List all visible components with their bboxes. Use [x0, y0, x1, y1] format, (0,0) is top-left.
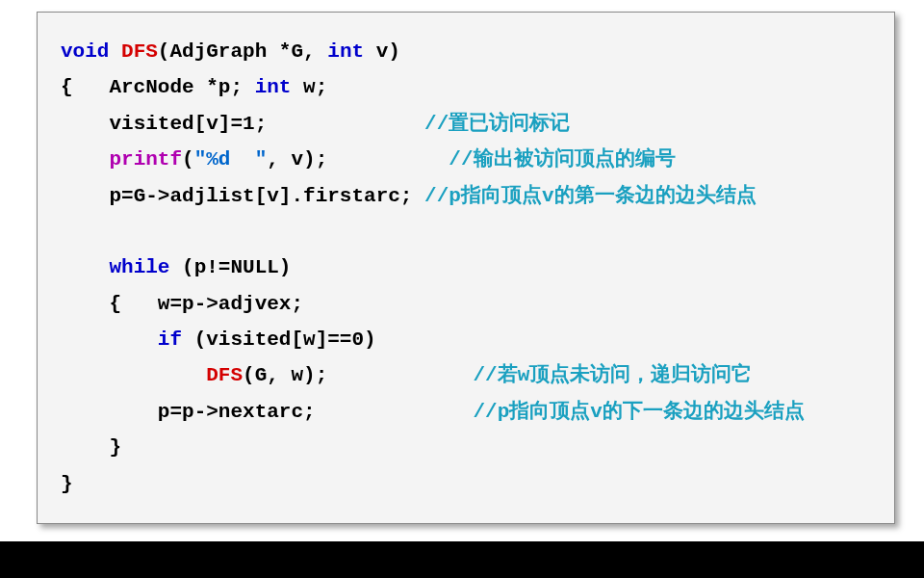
comment-firstarc: //p指向顶点v的第一条边的边头结点 — [424, 185, 756, 207]
code-line-13: } — [61, 466, 877, 502]
code-line-3: visited[v]=1; //置已访问标记 — [61, 106, 877, 142]
recursive-args: (G, w); — [243, 364, 327, 386]
comment-nextarc: //p指向顶点v的下一条边的边头结点 — [473, 401, 804, 423]
comment-visited: //置已访问标记 — [424, 113, 570, 135]
code-line-4: printf("%d ", v); //输出被访问顶点的编号 — [61, 142, 877, 177]
code-line-7: while (p!=NULL) — [61, 250, 877, 285]
comment-printf: //输出被访问顶点的编号 — [449, 148, 675, 171]
code-line-2: { ArcNode *p; int w; — [61, 69, 877, 105]
while-cond: (p!=NULL) — [169, 256, 291, 278]
close-inner-brace: } — [109, 436, 121, 459]
if-cond: (visited[w]==0) — [182, 328, 376, 351]
close-outer-brace: } — [61, 473, 73, 495]
code-line-8: { w=p->adjvex; — [61, 286, 877, 322]
code-line-9: if (visited[w]==0) — [61, 322, 877, 357]
printf-call: printf — [109, 148, 182, 171]
keyword-void: void — [61, 40, 109, 63]
keyword-while: while — [109, 256, 169, 278]
p-assign: p=G->adjlist[v].firstarc; — [109, 185, 412, 207]
comment-recurse: //若w顶点未访问，递归访问它 — [474, 364, 753, 386]
keyword-int: int — [327, 40, 364, 63]
params-open: (AdjGraph *G, — [158, 40, 327, 63]
param-v: v) — [364, 40, 400, 63]
code-line-11: p=p->nextarc; //p指向顶点v的下一条边的边头结点 — [61, 394, 877, 430]
brace-decl: { ArcNode *p; — [61, 76, 255, 98]
keyword-if: if — [158, 328, 182, 351]
visited-assign: visited[v]=1; — [109, 113, 267, 135]
keyword-int-2: int — [255, 76, 292, 98]
while-body-open: { w=p->adjvex; — [109, 293, 303, 315]
code-line-1: void DFS(AdjGraph *G, int v) — [61, 34, 877, 69]
page: void DFS(AdjGraph *G, int v) { ArcNode *… — [0, 0, 924, 541]
code-line-10: DFS(G, w); //若w顶点未访问，递归访问它 — [61, 357, 877, 393]
printf-format: "%d " — [194, 148, 268, 171]
function-dfs: DFS — [121, 40, 158, 63]
code-line-6-blank — [61, 214, 877, 250]
code-line-5: p=G->adjlist[v].firstarc; //p指向顶点v的第一条边的… — [61, 178, 877, 214]
var-w: w; — [291, 76, 327, 98]
recursive-dfs: DFS — [206, 364, 243, 386]
code-block: void DFS(AdjGraph *G, int v) { ArcNode *… — [37, 12, 895, 524]
code-line-12: } — [61, 430, 877, 465]
p-nextarc: p=p->nextarc; — [158, 401, 316, 423]
